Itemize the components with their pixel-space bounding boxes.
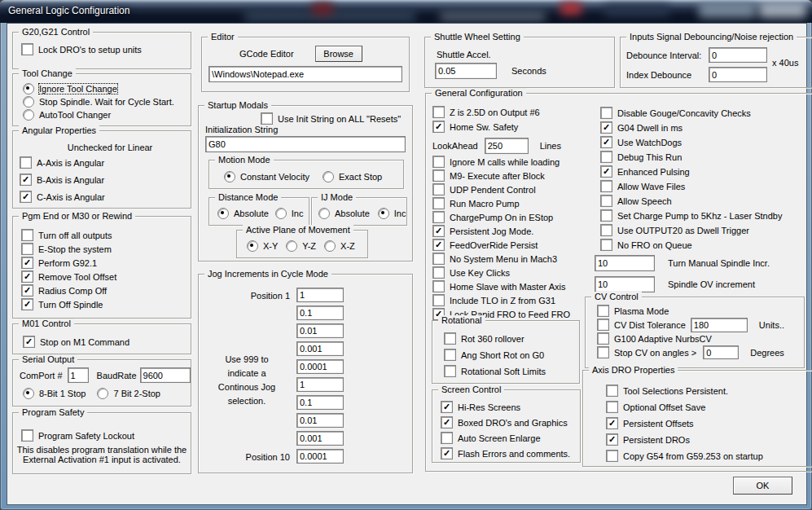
radio-button-icon [247,240,258,252]
lookahead-input[interactable] [485,138,529,154]
checkbox-no-system-menu-in-mach3[interactable]: No System Menu in Mach3 [432,253,557,265]
checkbox-turn-off-all-outputs[interactable]: Turn off all outputs [21,229,112,241]
jog-increment-input[interactable] [296,341,344,356]
checkbox-debug-this-run[interactable]: Debug This Run [600,151,682,163]
checkbox-icon: ✓ [600,165,612,178]
shuttle-accel-input[interactable] [435,63,497,79]
radio-inc[interactable]: Inc [378,207,406,219]
jog-increment-input[interactable] [296,323,344,338]
checkbox-turn-off-spindle[interactable]: ✓Turn Off Spindle [21,298,103,310]
radio-button-icon [23,388,34,399]
checkbox-a-axis-is-angular[interactable]: A-Axis is Angular [20,156,104,169]
radio-y-z[interactable]: Y-Z [286,240,316,252]
baudrate-label: BaudRate [97,371,137,380]
field-stop-cv-on-angles[interactable] [703,345,739,359]
radio-autotool-changer[interactable]: AutoTool Changer [23,108,111,121]
browse-button[interactable]: Browse [315,46,362,62]
checkbox-rotational-soft-limits[interactable]: Rotational Soft Limits [444,365,546,377]
checkbox-chargepump-on-in-estop[interactable]: ChargePump On in EStop [432,211,553,223]
radio-absolute[interactable]: Absolute [217,207,269,219]
checkbox-boxed-dro-s-and-graphics[interactable]: ✓Boxed DRO's and Graphics [441,416,568,429]
radio-label: AutoTool Changer [39,110,111,120]
jog-increment-input[interactable] [296,359,344,374]
checkbox-stop-on-m1-command[interactable]: ✓Stop on M1 Command [23,336,129,348]
checkbox-flash-errors-and-comments[interactable]: ✓Flash Errors and comments. [441,447,570,459]
checkbox-perform-g92-1[interactable]: ✓Perform G92.1 [21,257,97,269]
checkbox-home-slave-with-master-axis[interactable]: Home Slave with Master Axis [432,280,565,292]
checkbox-program-safety-lockout[interactable]: Program Safety Lockout [21,429,134,442]
jog-increment-input[interactable] [296,306,344,320]
radio-8-bit-1-stop[interactable]: 8-Bit 1 Stop [23,387,86,399]
window-title: General Logic Configuration [8,5,129,16]
checkbox-ang-short-rot-on-g0[interactable]: Ang Short Rot on G0 [444,349,544,361]
jog-increment-input[interactable] [296,288,344,302]
checkbox-use-key-clicks[interactable]: Use Key Clicks [432,266,510,279]
checkbox-plasma-mode[interactable]: Plasma Mode [597,305,669,317]
checkbox-no-fro-on-queue[interactable]: No FRO on Queue [600,239,692,251]
checkbox-rot-360-rollover[interactable]: Rot 360 rollover [444,332,525,345]
turn-manual-spindle-incr-input[interactable] [595,255,655,271]
radio-x-z[interactable]: X-Z [324,240,355,252]
checkbox-use-init-string-on-all-resets[interactable]: Use Init String on ALL "Resets" [261,112,401,125]
radio-exact-stop[interactable]: Exact Stop [323,170,382,182]
jog-increment-input[interactable] [296,377,344,392]
jog-increment-input[interactable] [296,413,344,428]
radio-absolute[interactable]: Absolute [318,207,370,219]
checkbox-disable-gouge-concavity-checks[interactable]: Disable Gouge/Concavity Checks [600,107,751,119]
checkbox-c-axis-is-angular[interactable]: ✓C-Axis is Angular [20,191,105,203]
checkbox-stop-cv-on-angles[interactable]: Stop CV on angles >Degrees [597,346,784,358]
checkbox-label: Enhanced Pulsing [617,167,690,177]
checkbox-tool-selections-persistent[interactable]: Tool Selections Persistent. [606,385,728,397]
checkbox-feedoverride-persist[interactable]: ✓FeedOverRide Persist [432,239,538,251]
jog-increment-input[interactable] [296,431,344,446]
comport-input[interactable] [68,367,89,383]
checkbox-allow-speech[interactable]: Allow Speech [600,195,672,207]
checkbox-lock-dro-s-to-setup-units[interactable]: Lock DRO's to setup units [21,43,142,55]
initialization-string-input[interactable] [205,136,406,152]
checkbox-cv-dist-tolerance[interactable]: CV Dist ToleranceUnits.. [597,319,784,331]
debounce-interval-input[interactable] [709,47,767,63]
checkbox-m9-execute-after-block[interactable]: M9- Execute after Block [432,169,545,182]
checkbox-e-stop-the-system[interactable]: E-Stop the system [21,243,112,255]
checkbox-use-watchdogs[interactable]: ✓Use WatchDogs [600,136,682,148]
checkbox-persistent-offsets[interactable]: ✓Persistent Offsets [606,417,694,429]
radio-stop-spindle-wait-for-cycle-start[interactable]: Stop Spindle. Wait for Cycle Start. [23,95,174,108]
baudrate-input[interactable] [140,367,191,383]
jog-increment-input[interactable] [296,449,344,464]
checkbox-remove-tool-offset[interactable]: ✓Remove Tool Offset [21,270,116,283]
radio-label: 8-Bit 1 Stop [39,389,86,398]
spindle-ov-increment-input[interactable] [595,276,655,292]
ok-button[interactable]: OK [733,477,792,495]
checkbox-radius-comp-off[interactable]: ✓Radius Comp Off [21,284,107,297]
index-debounce-input[interactable] [709,67,767,82]
radio-inc[interactable]: Inc [275,207,304,219]
checkbox-run-macro-pump[interactable]: Run Macro Pump [432,197,520,209]
field-cv-dist-tolerance[interactable] [691,318,748,332]
checkbox-allow-wave-files[interactable]: Allow Wave Files [600,180,685,192]
radio-x-y[interactable]: X-Y [247,240,278,252]
editor-path-input[interactable] [208,66,402,82]
checkbox-hi-res-screens[interactable]: ✓Hi-Res Screens [441,401,520,413]
checkbox-persistent-dros[interactable]: ✓Persistent DROs [606,433,690,446]
checkbox-set-charge-pump-to-5khz-laser-stndby[interactable]: Set Charge Pump to 5Khz - Laser Stndby [600,209,782,222]
title-bar[interactable]: General Logic Configuration [0,0,812,23]
radio-ignore-tool-change[interactable]: Ignore Tool Change [23,82,117,95]
checkbox-g100-adaptive-nurbscv[interactable]: G100 Adaptive NurbsCV [597,332,712,345]
jog-increment-input[interactable] [296,395,344,410]
checkbox-home-sw-safety[interactable]: ✓Home Sw. Safety [432,121,518,133]
radio-7-bit-2-stop[interactable]: 7 Bit 2-Stop [97,387,160,399]
checkbox-ignore-m-calls-while-loading[interactable]: Ignore M calls while loading [432,156,560,168]
checkbox-udp-pendent-control[interactable]: UDP Pendent Control [432,183,536,196]
checkbox-auto-screen-enlarge[interactable]: Auto Screen Enlarge [441,432,541,444]
checkbox-include-tlo-in-z-from-g31[interactable]: Include TLO in Z from G31 [432,294,555,306]
checkbox-b-axis-is-angular[interactable]: ✓B-Axis is Angular [20,174,104,186]
checkbox-copy-g54-from-g59-253-on-startup[interactable]: Copy G54 from G59.253 on startup [606,450,763,462]
checkbox-optional-offset-save[interactable]: Optional Offset Save [606,401,705,413]
checkbox-enhanced-pulsing[interactable]: ✓Enhanced Pulsing [600,165,690,178]
group-distance-mode: Distance Mode AbsoluteInc [208,197,309,226]
radio-constant-velocity[interactable]: Constant Velocity [224,170,309,182]
checkbox-persistent-jog-mode[interactable]: ✓Persistent Jog Mode. [432,225,533,237]
checkbox-g04-dwell-in-ms[interactable]: ✓G04 Dwell in ms [600,121,683,134]
checkbox-use-output20-as-dwell-trigger[interactable]: Use OUTPUT20 as Dwell Trigger [600,224,749,236]
checkbox-z-is-2-5d-on-output-6[interactable]: Z is 2.5D on Output #6 [432,106,540,118]
